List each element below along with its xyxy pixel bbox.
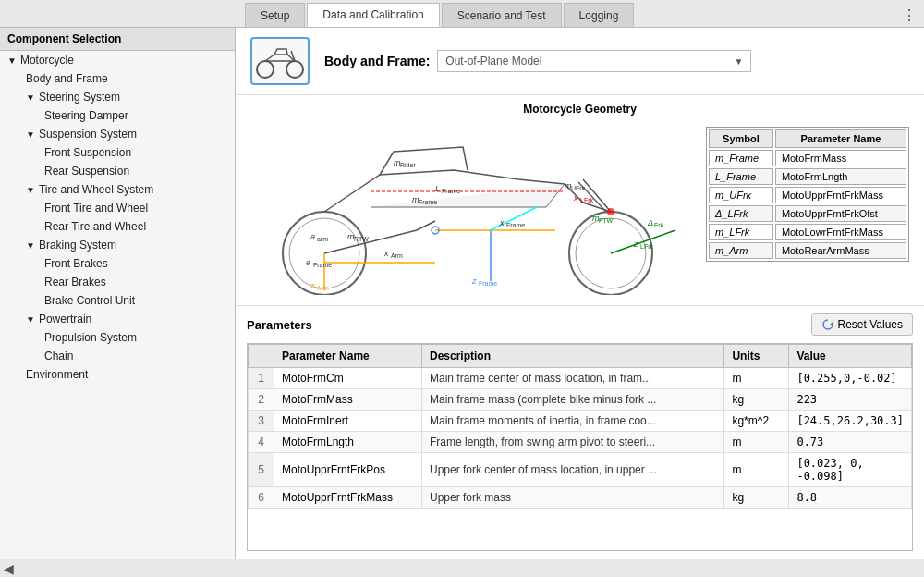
diagram-table-row: m_ArmMotoRearArmMass bbox=[709, 242, 906, 259]
diagram-table-param-header: Parameter Name bbox=[775, 129, 906, 148]
diagram-param-name: MotoFrmLngth bbox=[775, 168, 906, 185]
row-number: 2 bbox=[249, 389, 274, 411]
table-row: 2 MotoFrmMass Main frame mass (complete … bbox=[249, 389, 912, 411]
sidebar-item-rear-suspension[interactable]: Rear Suspension bbox=[0, 162, 235, 180]
svg-text:Frame: Frame bbox=[419, 199, 437, 205]
param-units-cell: m bbox=[724, 368, 789, 389]
svg-point-46 bbox=[607, 208, 614, 215]
param-name-cell: MotoFrmCm bbox=[274, 368, 422, 389]
svg-text:LFrk: LFrk bbox=[580, 197, 594, 203]
param-value-cell: [0.255,0,-0.02] bbox=[789, 368, 912, 389]
table-row: 4 MotoFrmLngth Frame length, from swing … bbox=[249, 432, 912, 453]
diagram-svg: mRider mFrame LFrame θFrame mRTW xArm zF… bbox=[250, 119, 695, 298]
col-units: Units bbox=[724, 345, 789, 368]
sidebar-item-rear-tire-wheel[interactable]: Rear Tire and Wheel bbox=[0, 217, 235, 236]
svg-text:LFrk: LFrk bbox=[640, 243, 654, 250]
svg-text:arm: arm bbox=[317, 236, 328, 242]
param-name-cell: MotoUpprFrntFrkPos bbox=[274, 453, 422, 487]
sidebar-item-brake-control-unit[interactable]: Brake Control Unit bbox=[0, 291, 235, 310]
param-name-cell: MotoFrmMass bbox=[274, 389, 422, 411]
tab-data-calibration[interactable]: Data and Calibration bbox=[307, 3, 439, 27]
sidebar-item-powertrain[interactable]: ▼Powertrain bbox=[0, 310, 235, 328]
sidebar-item-braking-system[interactable]: ▼Braking System bbox=[0, 236, 235, 254]
nav-arrow-icon[interactable]: ◀ bbox=[4, 561, 14, 576]
svg-text:Frame: Frame bbox=[479, 280, 497, 287]
params-table: Parameter Name Description Units Value 1… bbox=[248, 344, 912, 509]
param-units-cell: kg bbox=[724, 487, 789, 509]
svg-text:x: x bbox=[383, 249, 389, 258]
svg-text:RTW: RTW bbox=[354, 236, 369, 242]
svg-text:x: x bbox=[573, 193, 578, 203]
diagram-param-name: MotoFrmMass bbox=[775, 150, 906, 166]
sidebar-item-steering-damper[interactable]: Steering Damper bbox=[0, 106, 235, 125]
param-name-cell: MotoUpprFrntFrkMass bbox=[274, 487, 422, 509]
svg-text:a: a bbox=[310, 232, 315, 241]
tab-logging[interactable]: Logging bbox=[564, 3, 635, 27]
diagram-table-row: m_UFrkMotoUpprFrntFrkMass bbox=[709, 187, 906, 203]
sidebar-item-body-frame[interactable]: Body and Frame bbox=[0, 69, 235, 88]
svg-text:Frame: Frame bbox=[442, 188, 460, 194]
sidebar-item-steering-system[interactable]: ▼Steering System bbox=[0, 88, 235, 106]
reset-values-button[interactable]: Reset Values bbox=[811, 313, 913, 336]
sidebar-item-motorcycle[interactable]: ▼Motorcycle bbox=[0, 51, 235, 69]
sidebar-item-environment[interactable]: Environment bbox=[0, 365, 235, 384]
triangle-suspension: ▼ bbox=[26, 129, 35, 140]
body-frame-dropdown[interactable]: Out-of-Plane Model ▼ bbox=[437, 50, 751, 72]
svg-text:Frk: Frk bbox=[654, 222, 664, 228]
sidebar-item-chain[interactable]: Chain bbox=[0, 347, 235, 365]
param-units-cell: kg bbox=[724, 389, 789, 411]
param-desc-cell: Upper fork center of mass location, in u… bbox=[422, 453, 724, 487]
svg-text:θ: θ bbox=[306, 259, 310, 267]
diagram-param-name: MotoRearArmMass bbox=[775, 242, 906, 259]
sidebar-header: Component Selection bbox=[0, 28, 235, 51]
diagram-param-name: MotoUpprFrntFrkMass bbox=[775, 187, 906, 203]
diagram-symbol: L_Frame bbox=[709, 168, 773, 185]
param-desc-cell: Main frame moments of inertia, in frame … bbox=[422, 411, 724, 432]
param-value-cell: [24.5,26.2,30.3] bbox=[789, 411, 912, 432]
tab-setup[interactable]: Setup bbox=[245, 3, 305, 27]
col-param-name: Parameter Name bbox=[274, 345, 422, 368]
sidebar-item-suspension-system[interactable]: ▼Suspension System bbox=[0, 125, 235, 143]
diagram-table-row: m_FrameMotoFrmMass bbox=[709, 150, 906, 166]
sidebar-item-propulsion-system[interactable]: Propulsion System bbox=[0, 328, 235, 347]
bottom-nav: ◀ bbox=[0, 559, 924, 577]
triangle-steering: ▼ bbox=[26, 92, 35, 103]
triangle-braking: ▼ bbox=[26, 240, 35, 251]
body-frame-header: Body and Frame: Out-of-Plane Model ▼ bbox=[236, 28, 924, 95]
diagram-area: Motorcycle Geometry bbox=[236, 95, 924, 306]
diagram-param-name: MotoLowrFrntFrkMass bbox=[775, 224, 906, 240]
param-value-cell: 0.73 bbox=[789, 432, 912, 453]
col-description: Description bbox=[422, 345, 724, 368]
reset-icon bbox=[821, 318, 834, 331]
table-row: 1 MotoFrmCm Main frame center of mass lo… bbox=[249, 368, 912, 389]
param-desc-cell: Main frame mass (complete bike minus for… bbox=[422, 389, 724, 411]
svg-point-1 bbox=[286, 61, 303, 78]
svg-text:Arm: Arm bbox=[317, 285, 329, 291]
sidebar-item-tire-wheel-system[interactable]: ▼Tire and Wheel System bbox=[0, 180, 235, 199]
sidebar-item-front-suspension[interactable]: Front Suspension bbox=[0, 143, 235, 162]
row-number: 5 bbox=[249, 453, 274, 487]
diagram-symbol: m_Frame bbox=[709, 150, 773, 166]
col-value: Value bbox=[789, 345, 912, 368]
diagram-symbol: m_LFrk bbox=[709, 224, 773, 240]
svg-text:z: z bbox=[471, 276, 477, 286]
param-value-cell: 223 bbox=[789, 389, 912, 411]
param-desc-cell: Frame length, from swing arm pivot to st… bbox=[422, 432, 724, 453]
svg-text:Δ: Δ bbox=[647, 218, 653, 227]
sidebar-item-front-tire-wheel[interactable]: Front Tire and Wheel bbox=[0, 199, 235, 217]
param-desc-cell: Main frame center of mass location, in f… bbox=[422, 368, 724, 389]
tab-scenario-test[interactable]: Scenario and Test bbox=[442, 3, 562, 27]
svg-text:Rider: Rider bbox=[400, 162, 416, 168]
svg-line-12 bbox=[611, 230, 675, 253]
sidebar-item-front-brakes[interactable]: Front Brakes bbox=[0, 254, 235, 273]
triangle-powertrain: ▼ bbox=[26, 314, 35, 325]
sidebar-item-rear-brakes[interactable]: Rear Brakes bbox=[0, 273, 235, 291]
diagram-symbol: m_UFrk bbox=[709, 187, 773, 203]
table-row: 5 MotoUpprFrntFrkPos Upper fork center o… bbox=[249, 453, 912, 487]
params-table-wrap[interactable]: Parameter Name Description Units Value 1… bbox=[247, 343, 913, 551]
main-area: Component Selection ▼Motorcycle Body and… bbox=[0, 28, 924, 559]
row-number: 1 bbox=[249, 368, 274, 389]
diagram-table: Symbol Parameter Name m_FrameMotoFrmMass… bbox=[706, 127, 909, 262]
more-options-icon[interactable]: ⋮ bbox=[894, 3, 924, 27]
param-units-cell: m bbox=[724, 453, 789, 487]
